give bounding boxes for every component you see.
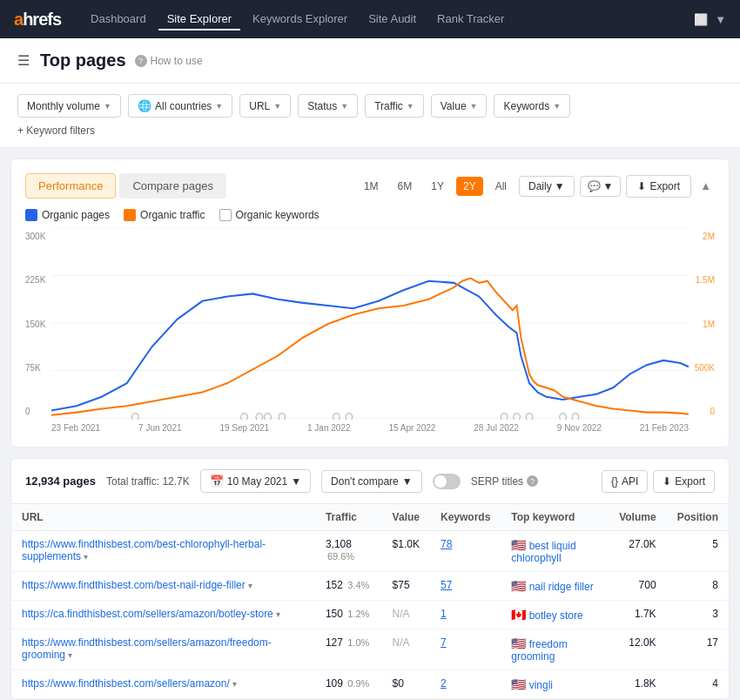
url-link-0[interactable]: https://www.findthisbest.com/best-chloro… — [22, 538, 266, 562]
monthly-volume-filter[interactable]: Monthly volume ▼ — [17, 94, 121, 118]
y-axis-right: 2M 1.5M 1M 500K 0 — [695, 228, 715, 420]
api-btn[interactable]: {} API — [602, 470, 648, 493]
url-link-2[interactable]: https://ca.findthisbest.com/sellers/amaz… — [22, 608, 273, 620]
tab-performance[interactable]: Performance — [25, 173, 116, 199]
monitor-icon[interactable]: ⬜ — [694, 13, 708, 26]
x-axis: 23 Feb 2021 7 Jun 2021 19 Sep 2021 1 Jan… — [25, 423, 715, 433]
url-caret-1[interactable]: ▾ — [248, 581, 252, 590]
cell-top-kw-0: 🇺🇸 best liquid chlorophyll — [501, 531, 609, 572]
add-filter[interactable]: + Keyword filters — [17, 125, 723, 137]
url-caret-0[interactable]: ▾ — [84, 552, 88, 562]
cell-volume-3: 12.0K — [609, 629, 666, 670]
caret-icon-status: ▼ — [340, 102, 348, 111]
total-traffic: Total traffic: 12.7K — [106, 475, 190, 488]
time-1y[interactable]: 1Y — [424, 177, 451, 196]
svg-point-13 — [514, 414, 521, 420]
svg-point-14 — [526, 414, 533, 420]
url-link-3[interactable]: https://www.findthisbest.com/sellers/ama… — [22, 636, 272, 661]
top-kw-link-4[interactable]: vingli — [529, 679, 553, 691]
time-all[interactable]: All — [488, 177, 514, 196]
status-filter[interactable]: Status ▼ — [298, 94, 358, 118]
svg-point-9 — [279, 414, 286, 420]
svg-point-12 — [501, 414, 508, 420]
legend-keywords-label: Organic keywords — [236, 209, 320, 221]
time-6m[interactable]: 6M — [391, 177, 420, 196]
cell-url-2: https://ca.findthisbest.com/sellers/amaz… — [11, 601, 315, 629]
col-traffic[interactable]: Traffic — [315, 504, 382, 531]
cell-traffic-4: 109 0.9% — [315, 670, 382, 699]
legend-organic-keywords[interactable]: Organic keywords — [219, 209, 320, 221]
url-caret-3[interactable]: ▾ — [68, 650, 72, 660]
tab-compare-pages[interactable]: Compare pages — [119, 173, 226, 199]
chart-svg — [25, 228, 715, 420]
col-value[interactable]: Value — [382, 504, 430, 531]
keywords-link-1[interactable]: 57 — [441, 579, 452, 591]
interval-caret: ▼ — [555, 180, 565, 192]
value-label: Value — [441, 100, 467, 112]
date-filter-btn[interactable]: 📅 10 May 2021 ▼ — [200, 469, 311, 493]
keywords-filter[interactable]: Keywords ▼ — [494, 94, 570, 118]
keywords-link-4[interactable]: 2 — [441, 677, 447, 690]
keywords-link-3[interactable]: 7 — [441, 636, 447, 649]
compare-btn[interactable]: Don't compare ▼ — [321, 470, 422, 493]
how-to-use[interactable]: ? How to use — [135, 55, 203, 67]
table-export-btn[interactable]: ⬇ Export — [653, 470, 715, 493]
col-position[interactable]: Position — [667, 504, 729, 531]
collapse-btn[interactable]: ▲ — [696, 176, 715, 196]
url-link-1[interactable]: https://www.findthisbest.com/best-nail-r… — [22, 579, 246, 591]
svg-point-7 — [256, 414, 263, 420]
table-actions: {} API ⬇ Export — [602, 470, 715, 493]
time-2y[interactable]: 2Y — [456, 177, 483, 196]
cell-keywords-4: 2 — [430, 670, 501, 699]
col-top-keyword[interactable]: Top keyword — [501, 504, 609, 531]
monthly-volume-label: Monthly volume — [27, 100, 100, 112]
dropdown-icon[interactable]: ▼ — [715, 13, 726, 26]
nav-site-explorer[interactable]: Site Explorer — [158, 9, 240, 30]
volume-val-3: 12.0K — [629, 636, 656, 649]
cell-url-4: https://www.findthisbest.com/sellers/ama… — [11, 670, 315, 699]
comment-btn[interactable]: 💬 ▼ — [580, 176, 622, 197]
legend-organic-traffic[interactable]: Organic traffic — [124, 209, 205, 221]
value-filter[interactable]: Value ▼ — [431, 94, 488, 118]
all-countries-filter[interactable]: 🌐 All countries ▼ — [128, 94, 232, 118]
flag-0: 🇺🇸 — [511, 538, 526, 552]
api-label: API — [622, 475, 638, 488]
menu-icon[interactable]: ☰ — [17, 52, 30, 69]
api-icon: {} — [611, 475, 618, 488]
traffic-pct-0: 69.6% — [327, 551, 354, 562]
keywords-link-0[interactable]: 78 — [441, 538, 452, 550]
url-caret-2[interactable]: ▾ — [276, 609, 280, 619]
url-filter[interactable]: URL ▼ — [239, 94, 291, 118]
cell-keywords-1: 57 — [430, 572, 501, 601]
traffic-val-3: 127 — [326, 636, 343, 649]
col-volume[interactable]: Volume — [609, 504, 666, 531]
chart-export-btn[interactable]: ⬇ Export — [626, 175, 691, 198]
col-keywords[interactable]: Keywords — [430, 504, 501, 531]
cell-keywords-2: 1 — [430, 601, 501, 629]
nav-rank-tracker[interactable]: Rank Tracker — [428, 9, 513, 30]
top-kw-link-1[interactable]: nail ridge filler — [529, 581, 594, 593]
nav-site-audit[interactable]: Site Audit — [360, 9, 425, 30]
keywords-link-2[interactable]: 1 — [441, 608, 447, 620]
date-label: 10 May 2021 — [227, 475, 287, 488]
url-caret-4[interactable]: ▾ — [232, 679, 237, 689]
top-kw-link-2[interactable]: botley store — [529, 609, 583, 622]
serp-toggle[interactable] — [433, 474, 461, 489]
logo: ahrefs — [14, 10, 61, 30]
traffic-filter[interactable]: Traffic ▼ — [365, 94, 424, 118]
interval-btn[interactable]: Daily ▼ — [519, 176, 575, 197]
export2-icon: ⬇ — [663, 475, 671, 488]
legend-organic-pages[interactable]: Organic pages — [25, 209, 110, 221]
blue-check-icon — [25, 209, 37, 221]
caret-icon-countries: ▼ — [215, 102, 223, 111]
status-label: Status — [307, 100, 337, 112]
url-link-4[interactable]: https://www.findthisbest.com/sellers/ama… — [22, 677, 230, 690]
url-label: URL — [249, 100, 270, 112]
nav-keywords-explorer[interactable]: Keywords Explorer — [244, 9, 356, 30]
time-1m[interactable]: 1M — [357, 177, 386, 196]
value-val-0: $1.0K — [393, 538, 420, 550]
compare-label: Don't compare — [331, 475, 399, 488]
results-table: URL Traffic Value Keywords Top keyword V… — [11, 504, 729, 699]
nav-dashboard[interactable]: Dashboard — [82, 9, 155, 30]
globe-icon: 🌐 — [138, 99, 151, 112]
